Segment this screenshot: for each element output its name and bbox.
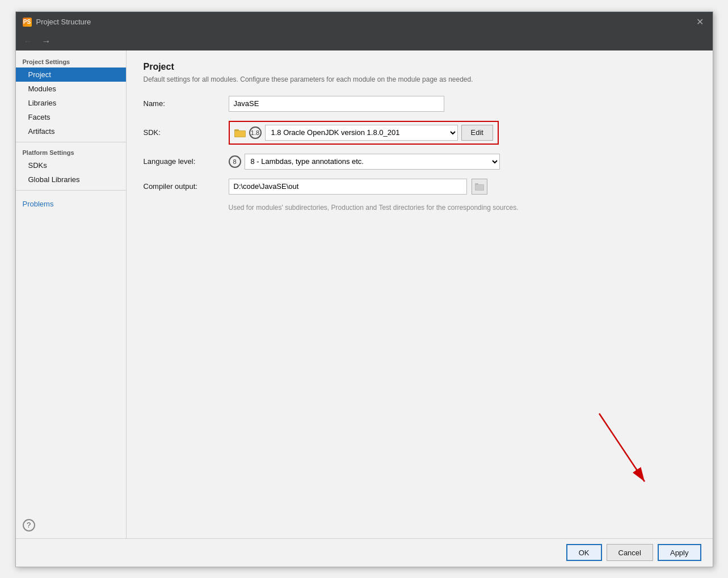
app-icon: PS: [23, 18, 32, 27]
sdk-highlight-box: 1.8 1.8 Oracle OpenJDK version 1.8.0_201…: [229, 121, 499, 145]
sidebar-item-facets[interactable]: Facets: [16, 110, 126, 124]
language-level-select-wrapper: 8 - Lambdas, type annotations etc.: [245, 154, 500, 170]
sidebar-divider: [16, 142, 126, 142]
language-level-wrapper: 8 8 - Lambdas, type annotations etc.: [229, 154, 500, 170]
compiler-output-input[interactable]: [229, 179, 467, 195]
cancel-button[interactable]: Cancel: [607, 544, 653, 561]
ok-button[interactable]: OK: [566, 544, 602, 561]
arrow-svg: [588, 408, 656, 493]
platform-settings-label: Platform Settings: [16, 146, 126, 158]
sdk-select[interactable]: 1.8 Oracle OpenJDK version 1.8.0_201: [265, 125, 458, 141]
toolbar: ← →: [16, 32, 713, 50]
back-button[interactable]: ←: [20, 35, 36, 48]
name-input[interactable]: [229, 96, 444, 112]
forward-button[interactable]: →: [39, 35, 54, 48]
title-bar-left: PS Project Structure: [23, 18, 91, 27]
title-bar: PS Project Structure ✕: [16, 12, 713, 32]
language-level-select[interactable]: 8 - Lambdas, type annotations etc.: [245, 154, 500, 170]
language-level-label: Language level:: [144, 157, 229, 166]
apply-button[interactable]: Apply: [658, 544, 701, 561]
sidebar-divider-2: [16, 190, 126, 191]
language-level-badge: 8: [229, 155, 241, 168]
name-label: Name:: [144, 99, 229, 108]
sdk-label: SDK:: [144, 128, 229, 137]
compiler-output-desc: Used for modules' subdirectories, Produc…: [229, 204, 696, 212]
svg-rect-4: [475, 183, 478, 185]
edit-button[interactable]: Edit: [461, 125, 493, 141]
bottom-bar: OK Cancel Apply: [16, 538, 713, 567]
sdk-version-badge: 1.8: [249, 126, 262, 139]
project-structure-dialog: PS Project Structure ✕ ← → Project Setti…: [15, 11, 713, 567]
compiler-browse-button[interactable]: [472, 179, 487, 195]
svg-rect-5: [475, 185, 483, 190]
arrow-annotation: [588, 408, 656, 493]
name-row: Name:: [144, 96, 696, 112]
compiler-input-row: [229, 179, 487, 195]
main-content: Project Default settings for all modules…: [127, 50, 713, 538]
help-button[interactable]: ?: [23, 519, 35, 531]
compiler-output-row: Compiler output:: [144, 179, 696, 195]
dialog-title: Project Structure: [36, 18, 91, 26]
svg-rect-2: [235, 131, 245, 137]
compiler-output-label: Compiler output:: [144, 182, 229, 191]
svg-line-7: [599, 414, 645, 482]
project-settings-label: Project Settings: [16, 55, 126, 67]
sidebar-item-artifacts[interactable]: Artifacts: [16, 124, 126, 138]
folder-browse-icon: [475, 183, 484, 191]
section-title: Project: [144, 62, 696, 72]
sdk-folder-icon: [234, 128, 246, 137]
close-button[interactable]: ✕: [695, 16, 706, 28]
sidebar-item-modules[interactable]: Modules: [16, 82, 126, 96]
sidebar-item-sdks[interactable]: SDKs: [16, 158, 126, 172]
bottom-right: OK Cancel Apply: [566, 544, 701, 561]
dialog-body: Project Settings Project Modules Librari…: [16, 50, 713, 538]
sidebar-item-problems[interactable]: Problems: [16, 196, 126, 212]
sidebar-item-libraries[interactable]: Libraries: [16, 96, 126, 110]
sdk-select-wrapper: 1.8 Oracle OpenJDK version 1.8.0_201: [265, 125, 458, 141]
sidebar-item-global-libraries[interactable]: Global Libraries: [16, 172, 126, 187]
sidebar: Project Settings Project Modules Librari…: [16, 50, 127, 538]
sdk-row: SDK: 1.8 1.8 Oracle OpenJDK version 1.8.…: [144, 121, 696, 145]
language-level-row: Language level: 8 8 - Lambdas, type anno…: [144, 154, 696, 170]
section-desc: Default settings for all modules. Config…: [144, 75, 696, 83]
sidebar-item-project[interactable]: Project: [16, 67, 126, 82]
